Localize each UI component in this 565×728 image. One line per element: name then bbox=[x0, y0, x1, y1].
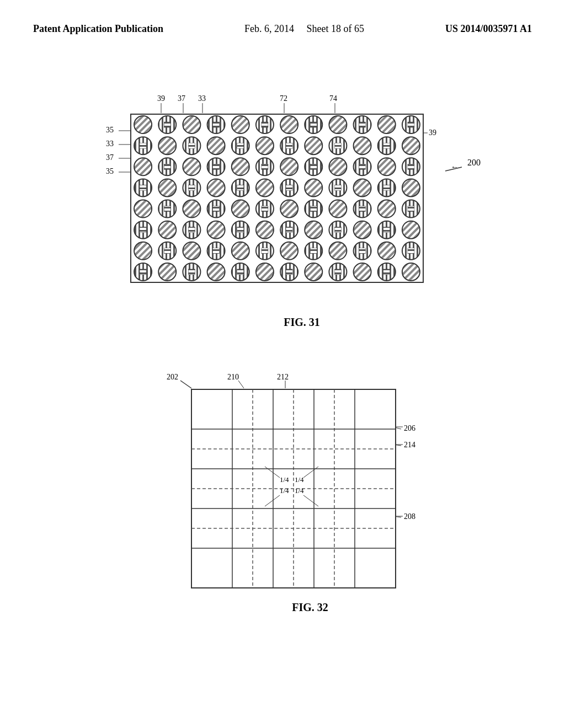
svg-point-63 bbox=[256, 137, 274, 154]
svg-point-82 bbox=[280, 158, 298, 176]
svg-rect-164 bbox=[140, 269, 146, 275]
publication-title: Patent Application Publication bbox=[33, 23, 163, 34]
svg-point-96 bbox=[207, 179, 225, 197]
svg-rect-45 bbox=[262, 122, 268, 127]
svg-text:33: 33 bbox=[106, 140, 114, 148]
svg-rect-90 bbox=[408, 164, 414, 170]
svg-point-151 bbox=[232, 242, 249, 260]
svg-rect-162 bbox=[408, 248, 414, 254]
fig32-caption: FIG. 32 bbox=[150, 601, 470, 614]
svg-text:200: 200 bbox=[467, 158, 481, 167]
fig31-circle-array bbox=[131, 114, 423, 282]
svg-rect-107 bbox=[383, 185, 390, 191]
main-content: 200 ← 39 37 33 72 74 35 33 37 35 bbox=[0, 36, 565, 625]
svg-text:39: 39 bbox=[429, 129, 436, 137]
circle-array-svg bbox=[131, 114, 423, 282]
svg-point-112 bbox=[183, 200, 200, 218]
svg-point-148 bbox=[183, 242, 200, 260]
svg-point-171 bbox=[256, 263, 274, 281]
svg-text:210: 210 bbox=[227, 373, 239, 381]
svg-point-124 bbox=[378, 200, 396, 218]
svg-rect-167 bbox=[188, 269, 195, 275]
svg-point-138 bbox=[305, 221, 322, 239]
svg-rect-71 bbox=[383, 143, 390, 148]
svg-point-141 bbox=[354, 221, 371, 239]
svg-text:1/4: 1/4 bbox=[280, 486, 289, 495]
svg-rect-173 bbox=[286, 269, 292, 275]
svg-rect-54 bbox=[408, 122, 414, 127]
patent-number: US 2014/0035971 A1 bbox=[445, 23, 532, 34]
svg-rect-68 bbox=[334, 143, 341, 148]
fig32-container: 202 210 212 206 214 208 bbox=[95, 356, 470, 614]
svg-rect-75 bbox=[164, 164, 170, 170]
svg-rect-150 bbox=[213, 248, 220, 254]
svg-point-129 bbox=[158, 221, 176, 239]
svg-text:208: 208 bbox=[404, 512, 415, 521]
svg-line-182 bbox=[180, 381, 191, 388]
svg-rect-147 bbox=[164, 248, 170, 254]
svg-rect-84 bbox=[310, 164, 317, 170]
svg-point-88 bbox=[378, 158, 396, 176]
svg-point-157 bbox=[329, 242, 347, 260]
svg-text:74: 74 bbox=[329, 94, 337, 103]
svg-rect-137 bbox=[286, 227, 292, 233]
svg-point-30 bbox=[77, 81, 92, 97]
svg-rect-92 bbox=[140, 185, 146, 191]
svg-point-52 bbox=[378, 116, 396, 133]
svg-point-102 bbox=[305, 179, 322, 197]
svg-rect-131 bbox=[188, 227, 195, 233]
svg-text:33: 33 bbox=[198, 94, 206, 103]
svg-rect-156 bbox=[310, 248, 317, 254]
svg-point-177 bbox=[354, 263, 371, 281]
svg-point-73 bbox=[134, 158, 152, 176]
svg-point-99 bbox=[256, 179, 274, 197]
svg-rect-65 bbox=[286, 143, 292, 148]
svg-text:39: 39 bbox=[157, 94, 165, 103]
svg-rect-62 bbox=[237, 143, 244, 148]
svg-point-60 bbox=[207, 137, 225, 154]
svg-point-118 bbox=[280, 200, 298, 218]
svg-point-43 bbox=[232, 116, 249, 133]
page-header: Patent Application Publication Feb. 6, 2… bbox=[0, 0, 565, 36]
svg-text:214: 214 bbox=[404, 441, 415, 449]
svg-point-180 bbox=[402, 263, 420, 281]
svg-rect-179 bbox=[383, 269, 390, 275]
svg-point-46 bbox=[280, 116, 298, 133]
svg-rect-59 bbox=[188, 143, 195, 148]
svg-rect-101 bbox=[286, 185, 292, 191]
svg-point-115 bbox=[232, 200, 249, 218]
svg-rect-81 bbox=[262, 164, 268, 170]
header-right: US 2014/0035971 A1 bbox=[445, 22, 532, 36]
svg-text:202: 202 bbox=[167, 373, 178, 381]
svg-point-37 bbox=[134, 116, 152, 133]
sheet-label: Sheet 18 of 65 bbox=[307, 23, 364, 34]
svg-rect-87 bbox=[359, 164, 366, 170]
svg-point-135 bbox=[256, 221, 274, 239]
svg-rect-42 bbox=[213, 122, 220, 127]
svg-text:35: 35 bbox=[106, 167, 114, 175]
svg-rect-153 bbox=[262, 248, 268, 254]
svg-point-72 bbox=[402, 137, 420, 154]
svg-text:212: 212 bbox=[277, 373, 289, 381]
svg-point-66 bbox=[305, 137, 322, 154]
svg-point-144 bbox=[402, 221, 420, 239]
svg-rect-126 bbox=[408, 206, 414, 212]
svg-text:1/4: 1/4 bbox=[295, 486, 304, 495]
svg-point-76 bbox=[183, 158, 200, 176]
svg-rect-95 bbox=[188, 185, 195, 191]
svg-point-132 bbox=[207, 221, 225, 239]
svg-text:72: 72 bbox=[280, 94, 287, 103]
header-left: Patent Application Publication bbox=[33, 22, 163, 36]
svg-point-105 bbox=[354, 179, 371, 197]
svg-rect-98 bbox=[237, 185, 244, 191]
svg-text:37: 37 bbox=[106, 153, 114, 162]
svg-rect-51 bbox=[359, 122, 366, 127]
svg-point-49 bbox=[329, 116, 347, 133]
svg-rect-123 bbox=[359, 206, 366, 212]
svg-rect-114 bbox=[213, 206, 220, 212]
svg-point-93 bbox=[158, 179, 176, 197]
svg-point-168 bbox=[207, 263, 225, 281]
svg-point-121 bbox=[329, 200, 347, 218]
fig31-container: 200 ← 39 37 33 72 74 35 33 37 35 bbox=[76, 80, 489, 329]
svg-rect-117 bbox=[262, 206, 268, 212]
